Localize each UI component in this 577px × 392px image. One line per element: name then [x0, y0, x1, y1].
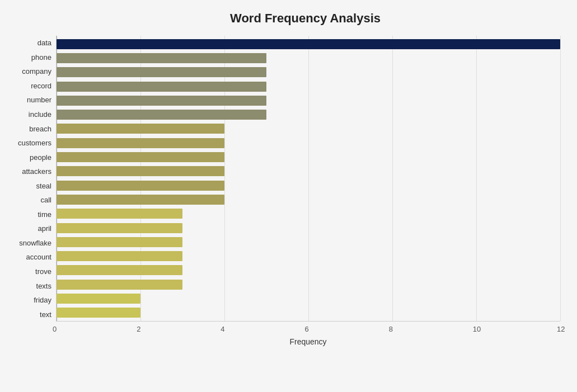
- bar: [57, 280, 182, 290]
- bar: [57, 294, 140, 304]
- y-label: snowflake: [19, 236, 51, 251]
- y-axis: dataphonecompanyrecordnumberincludebreac…: [6, 36, 56, 322]
- bar-row: [57, 108, 560, 121]
- y-label: number: [27, 93, 51, 107]
- y-label: people: [30, 150, 51, 164]
- bar-row: [57, 250, 560, 262]
- chart-container: Word Frequency Analysis dataphonecompany…: [0, 0, 577, 392]
- bar: [57, 308, 140, 318]
- x-tick: 4: [221, 325, 224, 333]
- bar-row: [57, 81, 560, 93]
- bar-row: [57, 95, 560, 107]
- y-label: include: [29, 107, 51, 122]
- bar-row: [57, 137, 560, 149]
- bar: [57, 251, 182, 261]
- y-label: account: [26, 250, 51, 265]
- x-axis-title: Frequency: [56, 337, 560, 346]
- bar-row: [57, 165, 560, 177]
- bar: [57, 124, 224, 134]
- bar-row: [57, 222, 560, 234]
- x-tick: 0: [53, 325, 57, 333]
- y-label: texts: [36, 278, 51, 293]
- y-label: trove: [35, 265, 51, 279]
- x-axis-labels: 024681012: [56, 323, 560, 334]
- bar: [57, 39, 560, 49]
- bar-row: [57, 122, 560, 135]
- chart-area: dataphonecompanyrecordnumberincludebreac…: [6, 36, 560, 322]
- y-label: april: [37, 221, 51, 236]
- y-label: record: [31, 79, 51, 93]
- bar-row: [57, 180, 560, 192]
- bar-row: [57, 66, 560, 78]
- bar-row: [57, 52, 560, 64]
- bar: [57, 96, 266, 106]
- bar-row: [57, 306, 560, 319]
- x-tick: 2: [137, 325, 140, 333]
- bar: [57, 152, 224, 162]
- y-label: text: [40, 307, 51, 322]
- bar-row: [57, 207, 560, 220]
- bottom-section: 024681012 Frequency: [6, 323, 560, 346]
- bar: [57, 237, 182, 247]
- bar: [57, 138, 224, 148]
- bar: [57, 53, 266, 63]
- y-label: time: [37, 207, 51, 222]
- bar-row: [57, 264, 560, 276]
- y-label: phone: [31, 50, 51, 65]
- bar: [57, 223, 182, 233]
- y-label: friday: [34, 293, 51, 308]
- y-label: call: [40, 193, 51, 207]
- bar: [57, 181, 224, 191]
- y-label: company: [22, 64, 51, 79]
- bar-row: [57, 278, 560, 291]
- bar: [57, 67, 266, 77]
- bar-row: [57, 193, 560, 206]
- bar-row: [57, 236, 560, 248]
- grid-line: [560, 36, 561, 321]
- y-label: attackers: [22, 164, 51, 179]
- bars-container: [57, 36, 560, 321]
- x-tick: 12: [557, 325, 565, 333]
- x-tick: 6: [305, 325, 309, 333]
- y-label: steal: [36, 178, 51, 193]
- bar-row: [57, 151, 560, 163]
- bar: [57, 110, 266, 120]
- bar: [57, 82, 266, 92]
- bar: [57, 166, 224, 176]
- bar: [57, 209, 182, 219]
- plot-area: [56, 36, 560, 322]
- bar: [57, 195, 224, 205]
- y-label: breach: [29, 121, 51, 136]
- bar-row: [57, 38, 560, 50]
- bar: [57, 265, 182, 275]
- y-label: data: [37, 36, 51, 50]
- x-tick: 8: [389, 325, 393, 333]
- bar-row: [57, 292, 560, 305]
- x-tick: 10: [473, 325, 481, 333]
- chart-title: Word Frequency Analysis: [50, 11, 560, 26]
- y-label: customers: [18, 136, 51, 150]
